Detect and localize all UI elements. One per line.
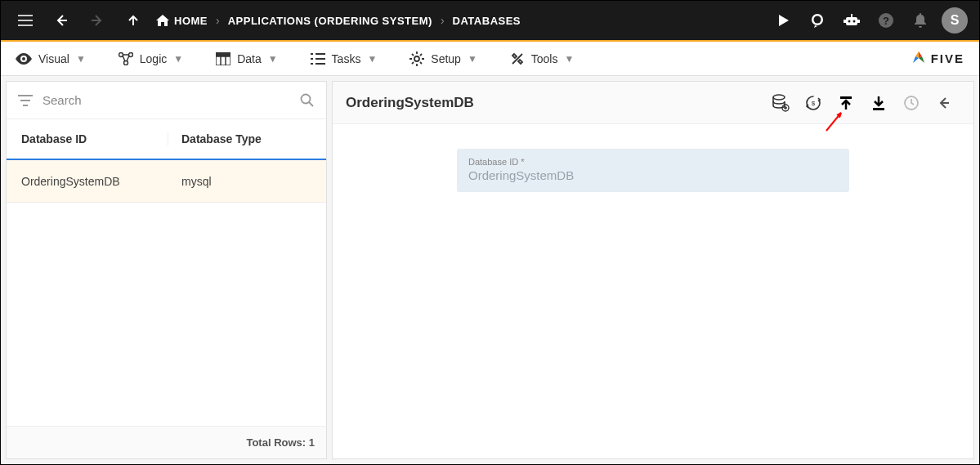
tools-icon [510,51,525,66]
new-database-button[interactable] [764,87,797,119]
menu-tools[interactable]: Tools ▼ [510,51,575,66]
footer-count: 1 [309,436,315,449]
svg-point-10 [22,57,25,60]
svg-text:$: $ [812,100,816,107]
svg-point-17 [302,94,311,103]
chevron-right-icon: › [216,14,220,27]
svg-rect-7 [857,20,860,23]
arrow-left-icon [937,96,951,110]
logic-icon [119,52,133,65]
brand-label: FIVE [931,51,964,65]
field-label: Database ID * [468,157,838,167]
col-database-id[interactable]: Database ID [21,132,168,145]
svg-point-3 [848,20,851,23]
table-icon [216,52,230,65]
up-icon[interactable] [120,7,146,34]
cell-database-type: mysql [168,175,311,188]
svg-rect-15 [216,52,230,56]
chevron-down-icon: ▼ [367,53,377,65]
svg-rect-6 [844,20,846,23]
chat-icon[interactable] [804,7,830,34]
tasks-icon [311,52,325,65]
back-icon[interactable] [48,7,74,34]
list-panel: Database ID Database Type OrderingSystem… [6,81,327,459]
menu-setup-label: Setup [431,52,461,65]
svg-point-18 [773,95,785,100]
svg-point-13 [123,60,128,65]
filter-icon[interactable] [18,95,33,106]
topbar: HOME › APPLICATIONS (ORDERING SYSTEM) › … [1,1,979,42]
chevron-right-icon: › [441,14,445,27]
search-row [7,82,326,119]
import-button[interactable] [830,87,862,119]
svg-rect-2 [846,17,857,25]
cell-database-id: OrderingSystemDB [21,175,168,188]
database-plus-icon [772,94,790,112]
forward-icon [84,7,110,34]
breadcrumb-home[interactable]: HOME [156,15,208,27]
detail-header: OrderingSystemDB $ [333,82,973,124]
menu-visual[interactable]: Visual ▼ [16,52,86,65]
detail-panel: OrderingSystemDB $ Database ID * [332,81,974,459]
svg-text:?: ? [883,15,889,27]
detail-title: OrderingSystemDB [346,95,764,111]
chevron-down-icon: ▼ [173,53,183,65]
topbar-right: ? S [770,7,968,34]
col-database-type[interactable]: Database Type [168,132,311,145]
svg-point-16 [414,56,419,61]
svg-rect-22 [840,96,852,99]
table-row[interactable]: OrderingSystemDB mysql [7,160,326,203]
menu-tasks[interactable]: Tasks ▼ [311,52,378,65]
back-button[interactable] [928,87,960,119]
home-icon [156,15,169,26]
menu-data-label: Data [237,52,262,65]
download-icon [870,95,887,111]
chevron-down-icon: ▼ [76,53,86,65]
chevron-down-icon: ▼ [268,53,278,65]
chevron-down-icon: ▼ [564,53,574,65]
sync-icon: $ [804,94,822,112]
eye-icon [16,53,32,65]
brand-logo: FIVE [910,50,964,68]
menu-icon[interactable] [12,7,38,34]
search-input[interactable] [43,93,290,107]
export-button[interactable] [862,87,895,119]
bot-icon[interactable] [839,7,865,34]
body: Database ID Database Type OrderingSystem… [1,76,979,464]
upload-icon [838,95,854,111]
field-value: OrderingSystemDB [468,168,838,182]
svg-rect-5 [851,14,852,17]
menubar: Visual ▼ Logic ▼ Data ▼ Tasks ▼ Setup ▼ … [1,42,979,76]
search-icon[interactable] [300,93,315,108]
avatar-initial: S [951,13,960,28]
svg-point-1 [814,16,821,24]
svg-rect-23 [873,108,884,110]
chevron-down-icon: ▼ [468,53,477,65]
menu-visual-label: Visual [38,52,69,65]
menu-tools-label: Tools [531,52,558,65]
breadcrumb-section[interactable]: DATABASES [453,15,521,27]
database-id-field[interactable]: Database ID * OrderingSystemDB [457,149,849,192]
avatar[interactable]: S [942,7,968,34]
help-icon[interactable]: ? [873,7,899,34]
clock-icon [903,95,920,111]
form-area: Database ID * OrderingSystemDB [333,124,973,217]
sync-button[interactable]: $ [797,87,830,119]
brand-icon [910,50,928,68]
svg-point-4 [853,20,856,23]
footer-label: Total Rows: [246,436,306,449]
history-button[interactable] [895,87,928,119]
menu-logic-label: Logic [140,52,167,65]
play-icon[interactable] [770,7,796,34]
bell-icon[interactable] [907,7,933,34]
table-footer: Total Rows: 1 [7,426,326,458]
menu-data[interactable]: Data ▼ [216,52,277,65]
gear-icon [409,51,424,66]
menu-logic[interactable]: Logic ▼ [119,52,183,65]
menu-setup[interactable]: Setup ▼ [409,51,477,66]
table-header: Database ID Database Type [7,119,326,160]
breadcrumb-app[interactable]: APPLICATIONS (ORDERING SYSTEM) [228,15,432,27]
breadcrumb-home-label: HOME [174,15,208,27]
menu-tasks-label: Tasks [332,52,361,65]
breadcrumb: HOME › APPLICATIONS (ORDERING SYSTEM) › … [156,14,760,27]
